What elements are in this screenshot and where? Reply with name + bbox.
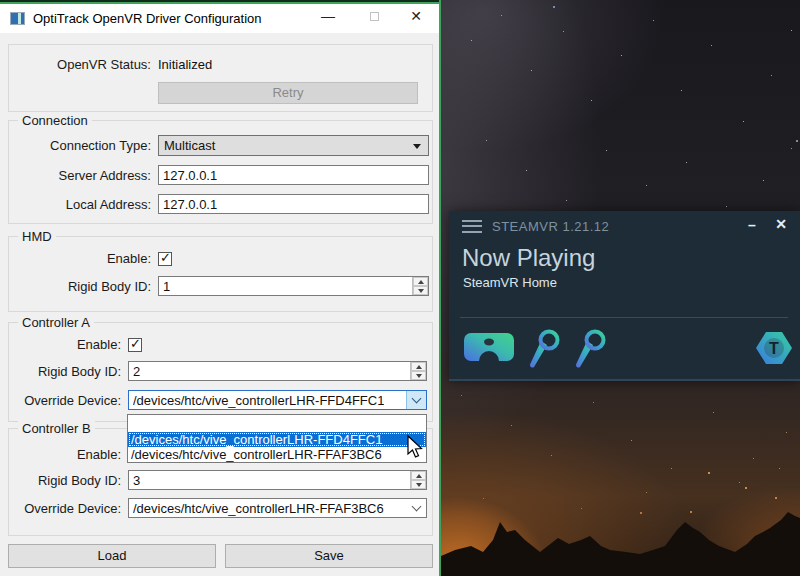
connection-group: Connection Connection Type: Multicast Se… [8,120,433,224]
maximize-icon [370,12,379,21]
controller-a-group-label: Controller A [18,315,94,330]
steamvr-title: STEAMVR 1.21.12 [492,219,609,234]
dropdown-option-empty[interactable] [128,415,426,432]
hmd-enable-checkbox[interactable]: ✓ [158,252,172,266]
tracker-icon[interactable]: T [754,329,794,367]
spinner[interactable] [410,471,426,489]
chevron-down-icon [412,394,422,404]
spinner-up-icon[interactable] [411,362,426,371]
controller-a-rigid-body-input[interactable]: 2 [128,361,427,381]
spinner-up-icon[interactable] [413,277,428,286]
check-icon: ✓ [130,336,141,351]
mountain-silhouette [441,500,800,576]
controller-b-enable-label: Enable: [9,447,128,462]
openvr-status-value: Initialized [158,57,212,72]
retry-button[interactable]: Retry [158,82,418,104]
combo-open-button[interactable] [406,391,426,409]
openvr-status-label: OpenVR Status: [9,57,158,72]
spinner[interactable] [412,277,428,295]
minimize-button[interactable]: — [313,6,343,26]
dropdown-option-selected[interactable]: /devices/htc/vive_controllerLHR-FFD4FFC1 [128,432,426,447]
app-icon [10,12,25,25]
steamvr-titlebar: STEAMVR 1.21.12 – ✕ [449,211,800,241]
running-app-name: SteamVR Home [463,275,557,290]
cursor-icon [403,434,425,460]
connection-type-label: Connection Type: [9,138,158,153]
device-status-row: T [461,329,788,369]
controller-a-group: Controller A Enable: ✓ Rigid Body ID: 2 … [8,322,433,422]
close-button[interactable]: ✕ [401,6,431,26]
connection-type-value: Multicast [164,138,215,153]
override-device-dropdown-list: /devices/htc/vive_controllerLHR-FFD4FFC1… [127,414,427,463]
hmd-rigid-body-input[interactable]: 1 [158,276,429,296]
controller-a-override-label: Override Device: [9,393,128,408]
hmd-group: HMD Enable: ✓ Rigid Body ID: 1 [8,236,433,312]
server-address-label: Server Address: [9,168,158,183]
status-group: OpenVR Status: Initialized Retry [8,44,433,112]
controller-b-rigid-body-value: 3 [133,473,140,488]
minimize-button[interactable]: – [746,219,758,231]
maximize-button[interactable] [359,6,389,26]
divider [460,317,788,318]
hmd-group-label: HMD [18,229,56,244]
spinner-down-icon[interactable] [411,371,426,380]
spinner[interactable] [410,362,426,380]
local-address-label: Local Address: [9,197,158,212]
screen: STEAMVR 1.21.12 – ✕ Now Playing SteamVR … [0,0,800,576]
dropdown-arrow-icon [413,144,421,149]
load-button[interactable]: Load [8,544,216,568]
connection-group-label: Connection [18,113,92,128]
bright-stars [441,0,443,2]
controller-b-rigid-body-input[interactable]: 3 [128,470,427,490]
hmd-rigid-body-label: Rigid Body ID: [9,279,158,294]
controller-a-rigid-body-label: Rigid Body ID: [9,364,128,379]
controller-a-override-select[interactable]: /devices/htc/vive_controllerLHR-FFD4FFC1 [128,390,427,410]
controller-a-rigid-body-value: 2 [133,364,140,379]
controller-a-enable-checkbox[interactable]: ✓ [128,338,142,352]
controller-a-enable-label: Enable: [9,337,128,352]
hmd-rigid-body-value: 1 [163,279,170,294]
server-address-input[interactable]: 127.0.0.1 [158,165,429,185]
combo-open-button[interactable] [406,499,426,517]
now-playing-heading: Now Playing [462,244,595,272]
optitrack-config-dialog: OptiTrack OpenVR Driver Configuration — … [0,0,441,576]
controller-b-rigid-body-label: Rigid Body ID: [9,473,128,488]
close-button[interactable]: ✕ [774,216,788,232]
controller-b-override-select[interactable]: /devices/htc/vive_controllerLHR-FFAF3BC6 [128,498,427,518]
controller-icon[interactable] [571,329,609,371]
controller-b-override-value: /devices/htc/vive_controllerLHR-FFAF3BC6 [133,501,384,516]
controller-a-override-value: /devices/htc/vive_controllerLHR-FFD4FFC1 [133,393,384,408]
local-address-input[interactable]: 127.0.0.1 [158,194,429,214]
spinner-down-icon[interactable] [413,286,428,295]
controller-b-group-label: Controller B [18,421,95,436]
connection-type-select[interactable]: Multicast [158,135,429,156]
dialog-title: OptiTrack OpenVR Driver Configuration [33,11,262,26]
spinner-down-icon[interactable] [411,480,426,489]
controller-icon[interactable] [525,329,563,371]
save-button[interactable]: Save [225,544,433,568]
headset-icon[interactable] [463,329,515,367]
menu-icon[interactable] [462,220,482,233]
svg-text:T: T [769,340,779,357]
spinner-up-icon[interactable] [411,471,426,480]
chevron-down-icon [411,502,421,512]
check-icon: ✓ [160,250,171,265]
hmd-enable-label: Enable: [9,251,158,266]
steamvr-window: STEAMVR 1.21.12 – ✕ Now Playing SteamVR … [449,211,800,381]
dropdown-option[interactable]: /devices/htc/vive_controllerLHR-FFAF3BC6 [128,447,426,462]
controller-b-override-label: Override Device: [9,501,128,516]
